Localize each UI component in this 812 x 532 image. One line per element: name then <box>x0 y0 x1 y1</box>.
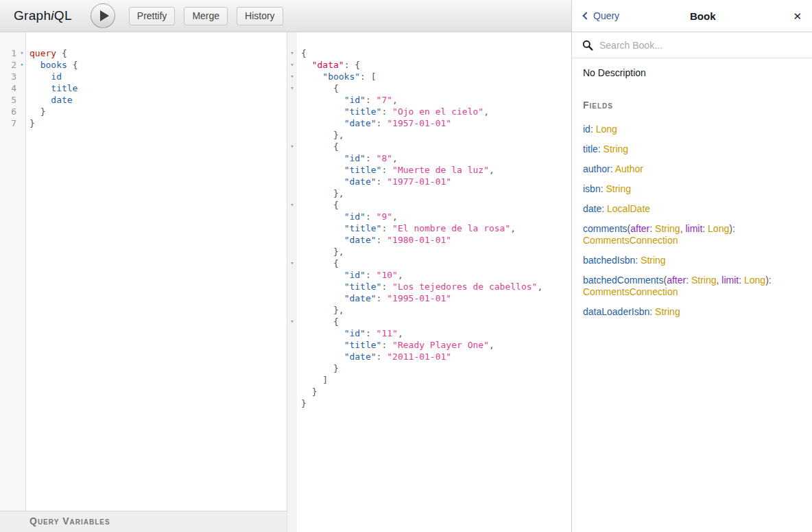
type-name-link[interactable]: Long <box>708 223 729 234</box>
field-name-link[interactable]: date <box>583 203 601 214</box>
fold-arrow-icon[interactable]: ▾ <box>287 257 297 269</box>
type-name-link[interactable]: CommentsConnection <box>583 286 678 297</box>
result-code: { "data": { "books": [ { "id": "7", "tit… <box>297 32 571 532</box>
line-number: 1 <box>0 47 19 59</box>
type-name-link[interactable]: String <box>691 275 717 286</box>
field-name-link[interactable]: batchedComments <box>583 275 664 286</box>
code-line: "data": { <box>301 59 571 71</box>
code-line: }, <box>301 129 571 141</box>
type-name-link[interactable]: String <box>604 143 629 154</box>
fold-gutter-cell <box>287 386 297 397</box>
punctuation: : <box>686 275 691 286</box>
argument-name: limit <box>685 223 702 234</box>
query-variables-bar[interactable]: Query Variables <box>0 511 287 532</box>
history-button[interactable]: History <box>237 7 283 25</box>
field-item: date: LocalDate <box>583 203 801 215</box>
docs-back-link[interactable]: Query <box>582 10 619 21</box>
query-variables-title: Query Variables <box>29 516 110 527</box>
query-code[interactable]: query { books { id title date }} <box>26 32 287 511</box>
fold-gutter-cell <box>287 117 297 129</box>
line-number: 6 <box>0 106 19 117</box>
punctuation: : <box>739 275 744 286</box>
line-number: 3 <box>0 71 19 82</box>
fold-arrow-icon[interactable]: ▾ <box>287 141 297 152</box>
field-name-link[interactable]: dataLoaderIsbn <box>583 306 649 317</box>
field-name-link[interactable]: id <box>583 124 590 135</box>
field-name-link[interactable]: comments <box>583 223 628 234</box>
docs-body: No Description Fields id: Longtitle: Str… <box>572 58 812 335</box>
fold-arrow-icon[interactable]: ▾ <box>287 199 297 211</box>
code-line: "title": "El nombre de la rosa", <box>301 222 571 234</box>
code-line: "title": "Muerte de la luz", <box>301 164 571 176</box>
type-name-link[interactable]: CommentsConnection <box>583 235 678 246</box>
code-line: id <box>29 71 287 82</box>
fold-gutter-cell <box>19 117 25 129</box>
logo-part1: Graph <box>14 8 51 23</box>
fold-gutter-cell <box>19 106 25 117</box>
fold-gutter-cell <box>287 187 297 199</box>
type-name-link[interactable]: Long <box>596 124 617 135</box>
type-name-link[interactable]: String <box>655 223 680 234</box>
code-line: title <box>29 82 287 94</box>
toolbar: GraphiQL Prettify Merge History <box>0 0 571 32</box>
code-line: "date": "1957-01-01" <box>301 117 571 129</box>
fold-gutter-cell <box>287 339 297 351</box>
field-name-link[interactable]: batchedIsbn <box>583 255 635 266</box>
code-line: }, <box>301 246 571 257</box>
line-number: 7 <box>0 117 19 129</box>
fold-gutter-cell <box>287 351 297 362</box>
fold-arrow-icon[interactable]: ▾ <box>287 71 297 82</box>
fold-arrow-icon[interactable]: ▾ <box>287 47 297 59</box>
type-name-link[interactable]: Long <box>744 275 765 286</box>
fold-arrow-icon[interactable]: ▾ <box>287 316 297 327</box>
result-pane: ▾▾▾▾▾▾▾▾ { "data": { "books": [ { "id": … <box>287 32 571 532</box>
field-name-link[interactable]: isbn <box>583 183 601 194</box>
logo-part3: QL <box>54 8 72 23</box>
query-editor[interactable]: 1234567 ▾▾ query { books { id title date… <box>0 32 287 511</box>
line-number: 5 <box>0 94 19 106</box>
prettify-button[interactable]: Prettify <box>129 7 176 25</box>
docs-title: Book <box>619 10 789 22</box>
fold-gutter-cell <box>287 129 297 141</box>
type-name-link[interactable]: String <box>655 306 680 317</box>
punctuation: : <box>649 223 655 234</box>
editor-bar: 1234567 ▾▾ query { books { id title date… <box>0 32 571 532</box>
fold-gutter-cell <box>19 71 25 82</box>
fold-gutter-cell <box>287 304 297 316</box>
punctuation: : <box>635 255 641 266</box>
punctuation: : <box>649 306 655 317</box>
field-name-link[interactable]: title <box>583 143 598 154</box>
fold-arrow-icon[interactable]: ▾ <box>19 59 25 71</box>
docs-close-button[interactable]: ✕ <box>793 11 802 21</box>
fold-arrow-icon[interactable]: ▾ <box>287 59 297 71</box>
fold-arrow-icon[interactable]: ▾ <box>19 47 25 59</box>
fold-arrow-icon[interactable]: ▾ <box>287 82 297 94</box>
merge-button[interactable]: Merge <box>184 7 228 25</box>
code-line: }, <box>301 187 571 199</box>
fold-gutter-cell <box>287 374 297 386</box>
execute-button[interactable] <box>91 3 115 28</box>
code-line: "date": "2011-01-01" <box>301 351 571 362</box>
type-name-link[interactable]: String <box>606 183 631 194</box>
code-line: "date": "1995-01-01" <box>301 292 571 304</box>
code-line: { <box>301 82 571 94</box>
type-name-link[interactable]: LocalDate <box>607 203 650 214</box>
fields-list: id: Longtitle: Stringauthor: Authorisbn:… <box>583 124 801 318</box>
type-name-link[interactable]: String <box>641 255 666 266</box>
line-number: 2 <box>0 59 19 71</box>
code-line: } <box>29 106 287 117</box>
punctuation: : <box>610 163 615 174</box>
docs-search-input[interactable] <box>599 40 802 51</box>
field-item: author: Author <box>583 163 801 175</box>
code-line: "id": "7", <box>301 94 571 106</box>
code-line: { <box>301 257 571 269</box>
punctuation: : <box>601 203 607 214</box>
code-line: ] <box>301 374 571 386</box>
fold-gutter-cell <box>287 222 297 234</box>
code-line: "id": "11", <box>301 327 571 339</box>
main-area: GraphiQL Prettify Merge History 1234567 … <box>0 0 571 532</box>
type-name-link[interactable]: Author <box>615 163 643 174</box>
fold-gutter-cell <box>287 152 297 164</box>
field-name-link[interactable]: author <box>583 163 610 174</box>
field-item: batchedComments(after: String, limit: Lo… <box>583 275 801 298</box>
